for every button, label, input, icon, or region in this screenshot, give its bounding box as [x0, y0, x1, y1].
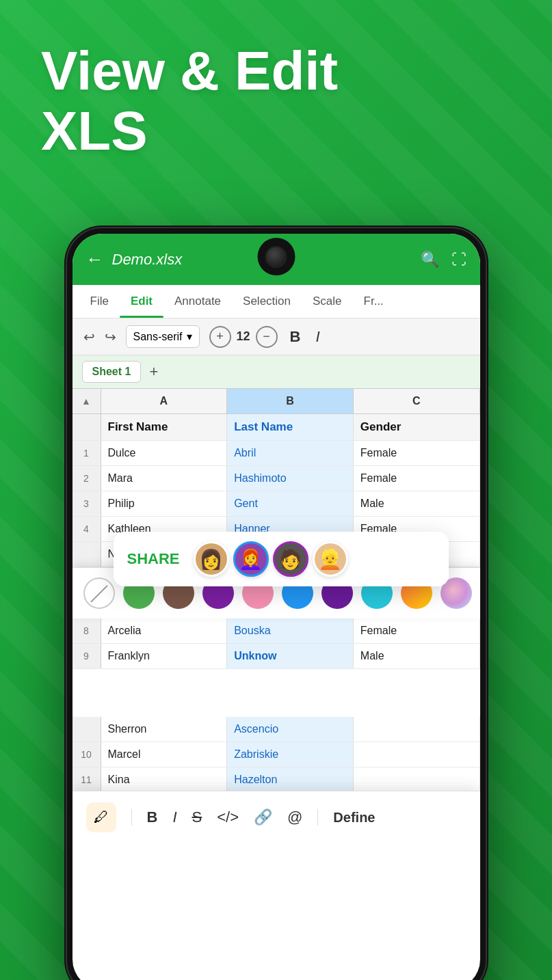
search-icon[interactable]: 🔍 [421, 251, 439, 269]
color-none[interactable] [83, 577, 115, 609]
mini-chart [354, 767, 480, 792]
tab-selection[interactable]: Selection [232, 285, 302, 318]
row-num-3: 3 [73, 491, 101, 516]
cell-2-2[interactable]: Female [354, 466, 480, 491]
cell-sh-0[interactable]: Sherron [101, 717, 228, 741]
cell-10-2[interactable] [354, 742, 480, 767]
bold-button[interactable]: B [287, 328, 304, 346]
font-size-control: + 12 − [209, 326, 278, 348]
header-row-num [73, 414, 101, 440]
row-num-2: 2 [73, 466, 101, 491]
cell-1-2[interactable]: Female [354, 441, 480, 465]
col-a-header[interactable]: A [101, 389, 228, 413]
cell-11-1[interactable]: Hazelton [227, 767, 354, 792]
cell-sh-2[interactable] [354, 717, 480, 741]
row-num-10: 10 [73, 742, 101, 767]
undo-button[interactable]: ↩ [83, 329, 95, 345]
format-bar: ↩ ↪ Sans-serif ▾ + 12 − B I [73, 318, 480, 355]
table-row: Sherron Ascencio [73, 717, 480, 742]
cell-sh-1[interactable]: Ascencio [227, 717, 354, 741]
hero-title-line2: XLS [41, 101, 552, 161]
fullscreen-icon[interactable]: ⛶ [451, 251, 466, 269]
cell-1-0[interactable]: Dulce [101, 441, 228, 465]
tab-fr[interactable]: Fr... [353, 285, 395, 318]
separator-2 [317, 809, 318, 826]
table-header-row: First Name Last Name Gender [73, 414, 480, 441]
table-row: 3 Philip Gent Male [73, 491, 480, 517]
col-header-row: ▲ A B C [73, 389, 480, 414]
font-dropdown-icon: ▾ [187, 330, 192, 343]
avatar-4[interactable]: 👱 [313, 541, 348, 577]
table-row: 1 Dulce Abril Female [73, 441, 480, 466]
cell-8-0[interactable]: Arcelia [101, 618, 228, 643]
col-c-header[interactable]: C [354, 389, 480, 413]
font-name: Sans-serif [133, 331, 183, 343]
col-b-header[interactable]: B [227, 389, 354, 413]
col-lastname-header: Last Name [227, 414, 354, 440]
phone-screen: ← Demo.xlsx 🔍 ⛶ File Edit Annotate Selec… [73, 234, 480, 980]
share-label[interactable]: SHARE [127, 550, 180, 568]
font-size-value: 12 [237, 329, 250, 344]
spreadsheet-area: ▲ A B C First Name Last Name Gender 1 Du… [73, 389, 480, 843]
bold-format-button[interactable]: B [147, 808, 158, 826]
back-button[interactable]: ← [86, 249, 104, 270]
hero-title-line1: View & Edit [41, 41, 552, 101]
cell-11-2[interactable] [354, 767, 480, 792]
avatar-1[interactable]: 👩 [194, 541, 229, 577]
cell-10-1[interactable]: Zabriskie [227, 742, 354, 767]
cell-10-0[interactable]: Marcel [101, 742, 228, 767]
camera-notch [257, 238, 295, 275]
sheet-tab-1[interactable]: Sheet 1 [82, 361, 142, 383]
share-popup: SHARE 👩 👩‍🦰 🧑 👱 [114, 532, 449, 586]
italic-button[interactable]: I [313, 328, 322, 346]
avatar-2[interactable]: 👩‍🦰 [233, 541, 269, 577]
table-row: 10 Marcel Zabriskie [73, 742, 480, 767]
font-selector[interactable]: Sans-serif ▾ [126, 325, 200, 348]
cell-9-2[interactable]: Male [354, 644, 480, 668]
highlighter-button[interactable]: 🖊 [86, 802, 116, 832]
row-num-9: 9 [73, 644, 101, 668]
cell-2-1[interactable]: Hashimoto [227, 466, 354, 491]
tab-edit[interactable]: Edit [120, 285, 163, 318]
tab-scale[interactable]: Scale [302, 285, 353, 318]
row-num-sh [73, 717, 101, 741]
code-format-button[interactable]: </> [217, 808, 239, 826]
sheet-tabs-row: Sheet 1 + SHARE 👩 👩‍🦰 🧑 👱 [73, 355, 480, 389]
row-num-5 [73, 542, 101, 567]
tab-file[interactable]: File [79, 285, 120, 318]
row-num-1: 1 [73, 441, 101, 465]
camera-lens [265, 246, 287, 268]
hero-section: View & Edit XLS [0, 41, 552, 161]
cell-8-2[interactable]: Female [354, 618, 480, 643]
cell-9-0[interactable]: Franklyn [101, 644, 228, 668]
cell-3-0[interactable]: Philip [101, 491, 228, 516]
table-row: 9 Franklyn Unknow Male [73, 644, 480, 669]
avatar-3[interactable]: 🧑 [273, 541, 308, 577]
row-num-4: 4 [73, 517, 101, 541]
cell-2-0[interactable]: Mara [101, 466, 228, 491]
cell-8-1[interactable]: Bouska [227, 618, 354, 643]
corner-header: ▲ [73, 389, 101, 413]
toolbar-tabs: File Edit Annotate Selection Scale Fr... [73, 285, 480, 318]
cell-11-0[interactable]: Kina [101, 767, 228, 792]
font-size-increase[interactable]: + [209, 326, 231, 348]
header-icons: 🔍 ⛶ [421, 251, 466, 269]
font-size-decrease[interactable]: − [256, 326, 278, 348]
define-button[interactable]: Define [333, 810, 375, 826]
phone-mockup: ← Demo.xlsx 🔍 ⛶ File Edit Annotate Selec… [64, 226, 488, 980]
italic-format-button[interactable]: I [172, 808, 176, 826]
col-gender-header: Gender [354, 414, 480, 440]
text-format-bar: 🖊 B I S </> 🔗 @ Define [73, 791, 480, 843]
cell-1-1[interactable]: Abril [227, 441, 354, 465]
col-firstname-header: First Name [101, 414, 228, 440]
add-sheet-button[interactable]: + [149, 363, 158, 381]
link-format-button[interactable]: 🔗 [254, 808, 272, 826]
mention-format-button[interactable]: @ [287, 808, 302, 826]
strikethrough-format-button[interactable]: S [192, 808, 202, 826]
table-row: 2 Mara Hashimoto Female [73, 466, 480, 491]
cell-3-1[interactable]: Gent [227, 491, 354, 516]
tab-annotate[interactable]: Annotate [163, 285, 232, 318]
cell-3-2[interactable]: Male [354, 491, 480, 516]
cell-9-1-highlight[interactable]: Unknow [227, 644, 354, 668]
redo-button[interactable]: ↪ [105, 329, 116, 345]
